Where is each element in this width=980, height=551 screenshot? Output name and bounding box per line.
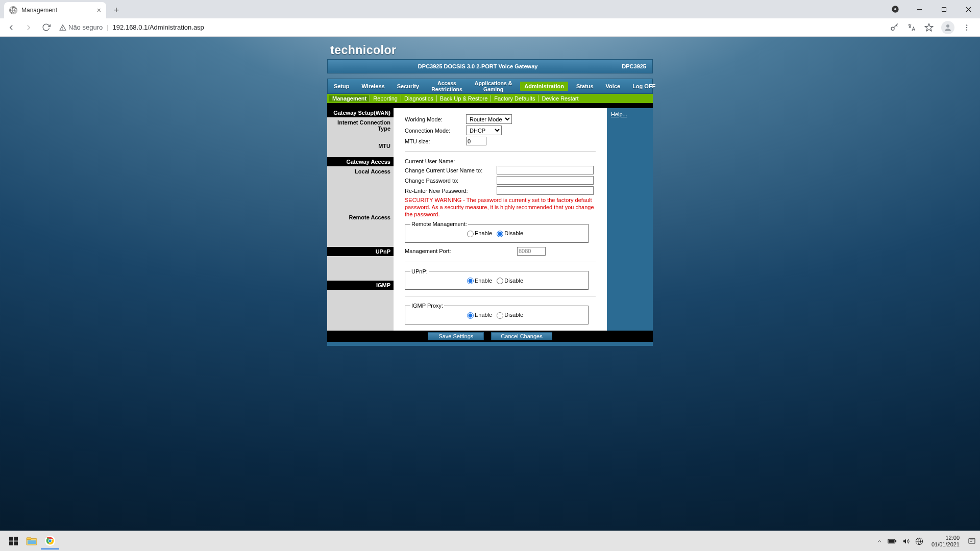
subnav-reporting[interactable]: Reporting (370, 95, 401, 102)
igmp-fieldset: IGMP Proxy: Enable Disable (405, 303, 589, 324)
back-button[interactable] (4, 20, 18, 35)
kebab-menu-icon[interactable] (962, 22, 972, 33)
sidebar-label-ict: Internet Connection Type (327, 117, 394, 134)
model-bar: DPC3925 DOCSIS 3.0 2-PORT Voice Gateway … (327, 59, 653, 73)
security-warning: SECURITY WARNING - The password is curre… (405, 197, 596, 218)
save-settings-button[interactable]: Save Settings (428, 332, 484, 340)
windows-taskbar: 12:00 01/01/2021 (0, 531, 980, 551)
subnav-management[interactable]: Management (329, 95, 370, 102)
nav-security[interactable]: Security (391, 83, 425, 89)
tab-title: Management (21, 7, 57, 14)
nav-administration[interactable]: Administration (520, 82, 568, 91)
remote-disable-label: Disable (504, 230, 523, 236)
subnav-factory-defaults[interactable]: Factory Defaults (491, 95, 538, 102)
window-maximize-button[interactable] (932, 1, 955, 17)
svg-marker-28 (903, 539, 906, 543)
notifications-icon[interactable] (968, 537, 976, 545)
url-display[interactable]: Não seguro | 192.168.0.1/Administration.… (59, 23, 204, 31)
svg-rect-20 (27, 537, 31, 539)
sidebar-label-mtu: MTU (327, 141, 394, 151)
battery-icon[interactable] (888, 538, 897, 544)
tab-strip: Management × + (0, 0, 980, 18)
translate-icon[interactable] (906, 22, 917, 33)
sidebar-head-gateway-access: Gateway Access (327, 157, 394, 166)
svg-rect-18 (14, 541, 18, 545)
account-indicator-icon[interactable] (888, 2, 902, 16)
upnp-disable-radio[interactable] (497, 278, 503, 284)
nav-log-off[interactable]: Log OFF (626, 83, 662, 89)
working-mode-label: Working Mode: (405, 116, 466, 122)
connection-mode-select[interactable]: DHCP (466, 126, 502, 135)
igmp-disable-radio[interactable] (497, 312, 503, 319)
reload-button[interactable] (39, 20, 53, 35)
window-minimize-button[interactable] (908, 1, 931, 17)
url-text: 192.168.0.1/Administration.asp (113, 23, 204, 31)
network-icon[interactable] (915, 537, 923, 545)
remote-disable-radio[interactable] (497, 231, 503, 237)
svg-marker-10 (925, 23, 933, 31)
nav-voice[interactable]: Voice (600, 83, 627, 89)
change-user-input[interactable] (497, 166, 594, 174)
igmp-legend: IGMP Proxy: (410, 303, 444, 309)
svg-rect-27 (889, 540, 894, 542)
nav-access-restrictions[interactable]: AccessRestrictions (425, 80, 469, 92)
forward-button[interactable] (21, 20, 36, 35)
clock-time: 12:00 (932, 535, 960, 541)
main-form: Working Mode: Router Mode Connection Mod… (394, 108, 607, 331)
working-mode-select[interactable]: Router Mode (466, 114, 512, 124)
nav-wireless[interactable]: Wireless (356, 83, 391, 89)
subnav-device-restart[interactable]: Device Restart (538, 95, 581, 102)
warning-icon (59, 24, 66, 31)
reenter-pw-input[interactable] (497, 186, 594, 195)
content-area: Gateway Setup(WAN) Internet Connection T… (327, 108, 653, 331)
change-user-label: Change Current User Name to: (405, 167, 497, 173)
upnp-enable-radio[interactable] (467, 278, 474, 284)
remote-enable-radio[interactable] (467, 231, 474, 237)
svg-rect-4 (942, 7, 946, 11)
current-user-label: Current User Name: (405, 158, 497, 164)
upnp-legend: UPnP: (410, 268, 429, 274)
reenter-pw-label: Re-Enter New Password: (405, 188, 497, 194)
remote-management-fieldset: Remote Management: Enable Disable (405, 221, 589, 243)
file-explorer-icon[interactable] (22, 533, 41, 549)
profile-avatar[interactable] (941, 21, 954, 34)
svg-point-14 (966, 29, 967, 30)
upnp-fieldset: UPnP: Enable Disable (405, 268, 589, 290)
sidebar-head-gateway-setup: Gateway Setup(WAN) (327, 108, 394, 117)
change-pw-input[interactable] (497, 176, 594, 185)
nav-applications-gaming[interactable]: Applications &Gaming (469, 80, 519, 92)
cancel-changes-button[interactable]: Cancel Changes (491, 332, 552, 340)
nav-status[interactable]: Status (570, 83, 600, 89)
mgmt-port-label: Management Port: (405, 248, 517, 254)
help-link[interactable]: Help... (611, 111, 627, 117)
chrome-taskbar-icon[interactable] (41, 533, 59, 549)
bookmark-star-icon[interactable] (924, 22, 934, 33)
new-tab-button[interactable]: + (109, 3, 124, 17)
start-button[interactable] (4, 533, 22, 549)
nav-setup[interactable]: Setup (328, 83, 356, 89)
browser-tab[interactable]: Management × (4, 2, 106, 18)
window-close-button[interactable] (957, 1, 980, 17)
tray-chevron-icon[interactable] (876, 538, 883, 544)
subnav-diagnostics[interactable]: Diagnostics (401, 95, 436, 102)
taskbar-clock[interactable]: 12:00 01/01/2021 (932, 535, 960, 547)
address-bar: Não seguro | 192.168.0.1/Administration.… (0, 18, 980, 37)
svg-rect-21 (28, 540, 36, 544)
mgmt-port-input[interactable] (517, 247, 546, 256)
igmp-enable-radio[interactable] (467, 312, 474, 319)
svg-point-8 (63, 29, 63, 29)
model-code: DPC3925 (622, 63, 646, 69)
brand-logo: technicolor (330, 43, 396, 57)
sidebar-head-igmp: IGMP (327, 281, 394, 290)
svg-rect-26 (895, 540, 896, 542)
browser-chrome: Management × + Não seguro | 192.168.0.1/… (0, 0, 980, 37)
key-icon[interactable] (889, 22, 899, 33)
volume-icon[interactable] (902, 538, 910, 545)
page-viewport: technicolor DPC3925 DOCSIS 3.0 2-PORT Vo… (0, 37, 980, 532)
subnav-back-up-restore[interactable]: Back Up & Restore (437, 95, 491, 102)
mtu-size-input[interactable] (466, 137, 486, 145)
close-tab-icon[interactable]: × (97, 6, 101, 14)
sidebar-label-remote-access: Remote Access (327, 212, 394, 222)
system-tray: 12:00 01/01/2021 (876, 535, 976, 547)
svg-point-11 (946, 24, 949, 28)
